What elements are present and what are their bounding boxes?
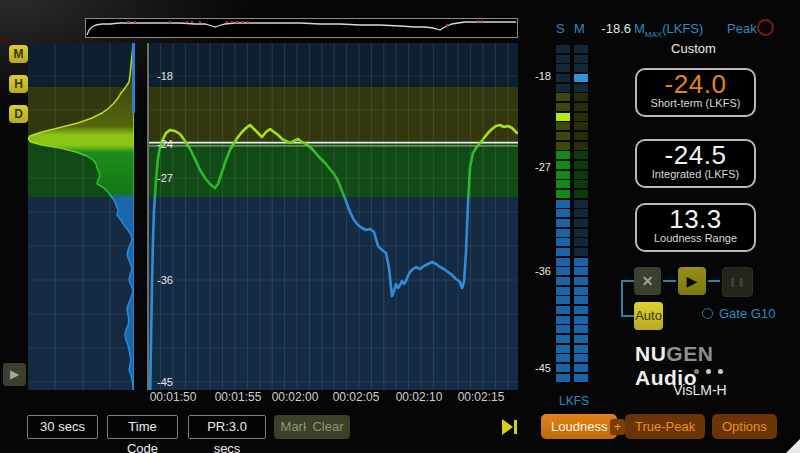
pr-window-selector[interactable]: PR:3.0 secs — [188, 415, 266, 439]
s-meter-segment — [556, 354, 570, 362]
m-column-label: M — [574, 21, 585, 36]
m-meter-segment — [574, 209, 588, 217]
time-axis-label: 00:02:10 — [389, 390, 449, 404]
logo-nu: NU — [635, 342, 666, 365]
y-axis-label: -24 — [157, 138, 173, 150]
m-meter-segment — [574, 296, 588, 304]
m-meter-segment — [574, 171, 588, 179]
s-meter-segment — [556, 316, 570, 324]
time-window-selector[interactable]: 30 secs — [27, 415, 98, 439]
mode-button-m[interactable]: M — [9, 45, 28, 63]
s-meter-segment — [556, 93, 570, 101]
connector-line — [621, 315, 634, 317]
m-meter-segment — [574, 374, 588, 382]
mode-button-h[interactable]: H — [9, 75, 28, 93]
product-name: VisLM-H — [635, 382, 765, 398]
loudness-tab[interactable]: Loudness — [541, 414, 617, 439]
m-meter-segment — [574, 64, 588, 72]
loudness-history-graph[interactable]: -18-24-27-36-45 — [149, 43, 518, 390]
time-axis-label: 00:02:00 — [265, 390, 325, 404]
s-meter-segment — [556, 335, 570, 343]
s-meter-segment — [556, 190, 570, 198]
timecode-mode-button[interactable]: Time Code — [107, 415, 178, 439]
loudness-range-value: 13.3 — [637, 206, 754, 233]
meter-scale-label: -18 — [525, 70, 551, 82]
short-term-label: Short-term (LKFS) — [637, 97, 754, 109]
y-axis-label: -45 — [157, 376, 173, 388]
logo-dot — [706, 369, 711, 374]
connector-line — [663, 280, 676, 282]
m-meter-segment — [574, 200, 588, 208]
s-meter-segment — [556, 113, 570, 121]
resize-grip[interactable] — [786, 439, 800, 453]
logo-gen: GEN — [666, 342, 713, 365]
m-meter-segment — [574, 45, 588, 53]
record-indicator — [0, 38, 8, 41]
s-meter-segment — [556, 142, 570, 150]
m-meter-segment — [574, 161, 588, 169]
m-meter-segment — [574, 345, 588, 353]
y-axis-label: -27 — [157, 172, 173, 184]
m-meter-segment — [574, 258, 588, 266]
pause-button[interactable]: ❚❚ — [722, 267, 753, 297]
stop-button[interactable]: ✕ — [634, 267, 661, 295]
time-axis-label: 00:02:05 — [326, 390, 386, 404]
m-meter-segment — [574, 219, 588, 227]
mmax-unit: (LKFS) — [662, 21, 703, 36]
mmax-value: -18.6 — [597, 21, 631, 36]
y-axis-label: -18 — [157, 70, 173, 82]
s-meter-segment — [556, 151, 570, 159]
m-meter-segment — [574, 335, 588, 343]
gate-label: Gate G10 — [719, 306, 775, 321]
m-meter-segment — [574, 142, 588, 150]
s-meter-segment — [556, 364, 570, 372]
peak-label: Peak — [727, 21, 757, 36]
loudness-range-readout[interactable]: 13.3 Loudness Range — [635, 203, 756, 252]
m-meter-segment — [574, 238, 588, 246]
m-meter-segment — [574, 113, 588, 121]
integrated-readout[interactable]: -24.5 Integrated (LKFS) — [635, 139, 756, 188]
s-meter-segment — [556, 325, 570, 333]
s-meter-segment — [556, 209, 570, 217]
meter-scale-label: -27 — [525, 161, 551, 173]
m-meter-segment — [574, 74, 588, 82]
clear-button[interactable]: Clear — [306, 415, 350, 439]
s-meter-segment — [556, 132, 570, 140]
s-meter-segment — [556, 229, 570, 237]
meter-unit-label: LKFS — [546, 394, 602, 408]
s-meter-segment — [556, 296, 570, 304]
histogram-playhead — [132, 43, 135, 113]
time-axis-label: 00:02:15 — [451, 390, 511, 404]
connector-line — [708, 280, 720, 282]
m-meter-segment — [574, 180, 588, 188]
s-meter-segment — [556, 171, 570, 179]
m-meter-segment — [574, 55, 588, 63]
m-meter-segment — [574, 132, 588, 140]
short-term-value: -24.0 — [637, 71, 754, 98]
true-peak-tab[interactable]: True-Peak — [625, 414, 705, 439]
mode-button-d[interactable]: D — [9, 105, 28, 123]
m-meter-segment — [574, 122, 588, 130]
m-meter-segment — [574, 354, 588, 362]
s-meter-segment — [556, 258, 570, 266]
mmax-sub: MAX — [645, 30, 662, 39]
short-term-readout[interactable]: -24.0 Short-term (LKFS) — [635, 68, 756, 117]
vislm-window: M H D -18-24-27-36-45 00:01:5000:01:5500… — [0, 0, 800, 453]
s-meter-segment — [556, 122, 570, 130]
play-button[interactable]: ▶ — [678, 267, 706, 295]
s-meter-segment — [556, 103, 570, 111]
add-tab-button[interactable]: + — [610, 419, 625, 435]
preset-label: Custom — [635, 41, 752, 56]
s-meter-segment — [556, 161, 570, 169]
s-meter-segment — [556, 84, 570, 92]
auto-button[interactable]: Auto — [634, 302, 663, 330]
options-button[interactable]: Options — [712, 414, 777, 439]
s-meter-segment — [556, 74, 570, 82]
gate-radio[interactable] — [702, 308, 713, 319]
history-play-button[interactable]: ▶ — [3, 363, 26, 386]
s-column-label: S — [556, 21, 565, 36]
m-meter-segment — [574, 84, 588, 92]
peak-indicator[interactable] — [757, 19, 774, 36]
time-axis-label: 00:01:50 — [143, 390, 203, 404]
logo-dot — [718, 369, 723, 374]
